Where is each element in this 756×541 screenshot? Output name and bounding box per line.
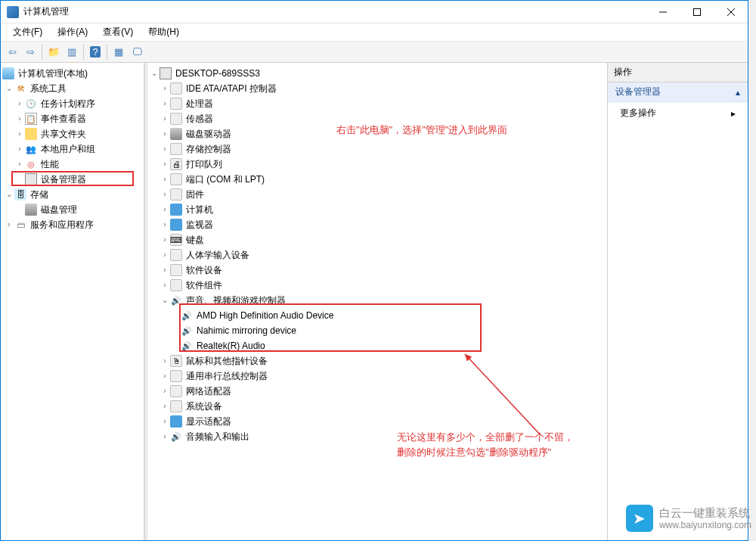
expand-icon[interactable]: › [160, 217, 170, 232]
expand-icon[interactable]: › [160, 263, 170, 278]
expand-icon[interactable]: › [160, 157, 170, 172]
tree-root[interactable]: 计算机管理(本地) [2, 66, 142, 81]
expand-icon[interactable]: › [160, 172, 170, 187]
ide-icon [170, 82, 182, 95]
menu-action[interactable]: 操作(A) [51, 24, 94, 40]
speaker-icon: 🔊 [181, 309, 193, 322]
tree-system-tools[interactable]: ⌄ 🛠 系统工具 [2, 81, 142, 96]
up-button[interactable]: 📁 [45, 44, 62, 61]
expand-icon[interactable]: › [160, 111, 170, 126]
tree-label: 事件查看器 [40, 111, 86, 126]
expand-icon[interactable]: › [14, 96, 25, 111]
tree-event-viewer[interactable]: › 📋 事件查看器 [2, 111, 142, 126]
back-icon: ⇦ [8, 46, 17, 58]
cat-sensor[interactable]: ›传感器 [149, 111, 606, 126]
close-button[interactable] [714, 1, 748, 23]
show-hide-tree-button[interactable]: ▥ [64, 44, 80, 61]
help-button[interactable]: ? [87, 44, 104, 61]
expand-icon[interactable]: › [160, 232, 170, 247]
cat-monitor[interactable]: ›监视器 [149, 217, 606, 232]
device-mgr-icon [25, 173, 37, 185]
tree-device-manager[interactable]: 设备管理器 [2, 172, 142, 187]
help-icon: ? [90, 46, 100, 58]
annotation-line2: 删除的时候注意勾选"删除驱动程序" [397, 445, 601, 460]
device-root[interactable]: ⌄ DESKTOP-689SSS3 [149, 66, 606, 81]
expand-icon[interactable]: › [160, 429, 170, 444]
cat-ports[interactable]: ›端口 (COM 和 LPT) [149, 172, 606, 187]
cat-ide[interactable]: ›IDE ATA/ATAPI 控制器 [149, 81, 606, 96]
devices-icon: ▦ [114, 46, 123, 58]
menu-help[interactable]: 帮助(H) [142, 24, 185, 40]
actions-section[interactable]: 设备管理器 ▴ [608, 82, 748, 102]
menu-view[interactable]: 查看(V) [97, 24, 139, 40]
minimize-button[interactable] [646, 1, 680, 23]
cat-sysdev[interactable]: ›系统设备 [149, 399, 606, 414]
maximize-button[interactable] [680, 1, 714, 23]
cat-computer[interactable]: ›计算机 [149, 202, 606, 217]
cat-printq[interactable]: ›🖨打印队列 [149, 157, 606, 172]
tree-label: 端口 (COM 和 LPT) [185, 172, 265, 187]
minimize-icon [659, 8, 667, 16]
usb-icon [170, 370, 182, 382]
expand-icon[interactable]: › [14, 126, 25, 141]
cat-storctrl[interactable]: ›存储控制器 [149, 141, 606, 157]
cat-display[interactable]: ›显示适配器 [149, 414, 606, 429]
tree-storage[interactable]: ⌄ 🗄 存储 [2, 187, 142, 202]
svg-rect-1 [693, 8, 700, 15]
expand-icon[interactable]: › [160, 187, 170, 202]
expand-icon[interactable]: › [160, 353, 170, 368]
cat-cpu[interactable]: ›处理器 [149, 96, 606, 111]
tree-shared-folders[interactable]: › 共享文件夹 [2, 126, 142, 141]
device-audio-amd[interactable]: 🔊AMD High Definition Audio Device [149, 308, 606, 323]
expand-icon[interactable]: › [160, 96, 170, 111]
expand-icon[interactable]: › [160, 141, 170, 157]
expand-icon[interactable]: › [14, 111, 25, 126]
cat-keyboard[interactable]: ›⌨键盘 [149, 232, 606, 247]
tree-task-scheduler[interactable]: › 🕒 任务计划程序 [2, 96, 142, 111]
tree-disk-mgmt[interactable]: 磁盘管理 [2, 202, 142, 217]
tree-label: AMD High Definition Audio Device [196, 308, 333, 323]
cat-hid[interactable]: ›人体学输入设备 [149, 247, 606, 263]
back-button[interactable]: ⇦ [4, 44, 20, 61]
cat-audioio[interactable]: ›🔊音频输入和输出 [149, 429, 606, 444]
cat-mouse[interactable]: ›🖱鼠标和其他指针设备 [149, 353, 606, 368]
tree-services-apps[interactable]: › 🗃 服务和应用程序 [2, 217, 142, 232]
expand-icon[interactable]: › [160, 126, 170, 141]
monitor-refresh-icon: 🖵 [132, 46, 142, 58]
cat-swdev[interactable]: ›软件设备 [149, 263, 606, 278]
collapse-icon[interactable]: ⌄ [149, 66, 160, 81]
device-audio-nahimic[interactable]: 🔊Nahimic mirroring device [149, 323, 606, 338]
expand-icon[interactable]: › [160, 414, 170, 429]
expand-icon[interactable]: › [160, 247, 170, 263]
cat-usb[interactable]: ›通用串行总线控制器 [149, 368, 606, 384]
expand-icon[interactable]: › [160, 81, 170, 96]
expand-icon[interactable]: ⌄ [4, 187, 14, 202]
expand-icon[interactable]: › [160, 202, 170, 217]
cat-audio[interactable]: ⌄🔊声音、视频和游戏控制器 [149, 293, 606, 308]
expand-icon[interactable]: › [160, 399, 170, 414]
cat-firmware[interactable]: ›固件 [149, 187, 606, 202]
cat-cdrom[interactable]: ›磁盘驱动器 [149, 126, 606, 141]
refresh-button[interactable]: 🖵 [129, 44, 145, 61]
devices-button[interactable]: ▦ [110, 44, 127, 61]
expand-icon[interactable]: › [160, 368, 170, 384]
expand-icon[interactable]: › [160, 278, 170, 293]
menu-file[interactable]: 文件(F) [7, 24, 48, 40]
collapse-icon[interactable]: ⌄ [160, 293, 170, 308]
users-icon: 👥 [25, 143, 37, 155]
action-more[interactable]: 更多操作 ▸ [608, 102, 748, 124]
expand-icon[interactable]: › [14, 141, 25, 157]
cat-swcomp[interactable]: ›软件组件 [149, 278, 606, 293]
tree-performance[interactable]: › ◎ 性能 [2, 157, 142, 172]
speaker-icon: 🔊 [181, 325, 193, 337]
left-tree-panel[interactable]: 计算机管理(本地) ⌄ 🛠 系统工具 [1, 63, 144, 540]
expand-icon[interactable]: › [160, 384, 170, 399]
expand-icon[interactable]: › [14, 157, 25, 172]
cat-net[interactable]: ›网络适配器 [149, 384, 606, 399]
tree-local-users[interactable]: › 👥 本地用户和组 [2, 141, 142, 157]
expand-icon[interactable]: › [4, 217, 14, 232]
device-audio-realtek[interactable]: 🔊Realtek(R) Audio [149, 338, 606, 353]
forward-button[interactable]: ⇨ [22, 44, 39, 61]
device-tree-panel[interactable]: ⌄ DESKTOP-689SSS3 ›IDE ATA/ATAPI 控制器 ›处理… [147, 63, 607, 540]
expand-icon[interactable]: ⌄ [4, 81, 14, 96]
